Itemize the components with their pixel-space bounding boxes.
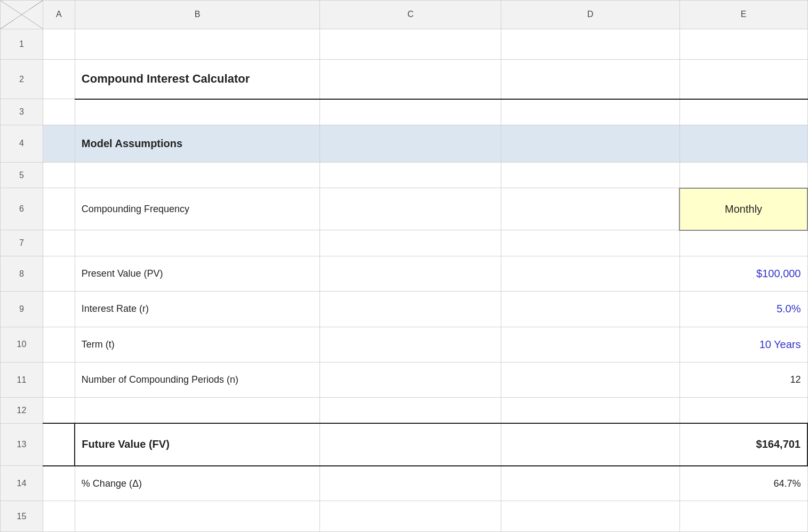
row-7-c [320,230,501,256]
row-3: 3 [1,99,808,125]
row-1-d [501,29,680,59]
row-1-e [679,29,807,59]
row-13-num: 13 [1,423,43,465]
col-e-header: E [679,1,807,29]
row-15-num: 15 [1,501,43,532]
row-12-num: 12 [1,398,43,424]
row-11-a [43,362,75,398]
row-5-num: 5 [1,162,43,188]
row-6: 6 Compounding Frequency Monthly [1,188,808,230]
row-5-c [320,162,501,188]
row-5-b [75,162,320,188]
row-6-c [320,188,501,230]
row-11-c [320,362,501,398]
row-1: 1 [1,29,808,59]
row-11: 11 Number of Compounding Periods (n) 12 [1,362,808,398]
row-1-b [75,29,320,59]
change-value: 64.7% [679,466,807,501]
row-2-num: 2 [1,60,43,99]
row-15-e [679,501,807,532]
row-8-num: 8 [1,256,43,291]
row-10-d [501,327,680,362]
svg-line-0 [1,1,43,29]
row-2: 2 Compound Interest Calculator [1,60,808,99]
row-9-c [320,292,501,327]
pv-value[interactable]: $100,000 [679,256,807,291]
row-3-b [75,99,320,125]
periods-label: Number of Compounding Periods (n) [75,362,320,398]
compounding-frequency-value[interactable]: Monthly [679,188,807,230]
row-6-num: 6 [1,188,43,230]
row-3-d [501,99,680,125]
compounding-frequency-label: Compounding Frequency [75,188,320,230]
row-10: 10 Term (t) 10 Years [1,327,808,362]
row-14-c [320,466,501,501]
row-1-num: 1 [1,29,43,59]
row-9-a [43,292,75,327]
row-14: 14 % Change (Δ) 64.7% [1,466,808,501]
row-15: 15 [1,501,808,532]
row-10-num: 10 [1,327,43,362]
row-7-a [43,230,75,256]
row-14-d [501,466,680,501]
row-3-c [320,99,501,125]
row-5: 5 [1,162,808,188]
row-1-a [43,29,75,59]
row-4: 4 Model Assumptions [1,125,808,162]
row-7-num: 7 [1,230,43,256]
row-10-c [320,327,501,362]
term-value[interactable]: 10 Years [679,327,807,362]
row-4-a [43,125,75,162]
fv-value: $164,701 [679,423,807,465]
rate-value[interactable]: 5.0% [679,292,807,327]
row-7-e [679,230,807,256]
row-8-c [320,256,501,291]
row-5-e [679,162,807,188]
row-12-c [320,398,501,424]
row-2-e [679,60,807,99]
row-4-c [320,125,501,162]
row-8-d [501,256,680,291]
row-6-d [501,188,680,230]
rate-label: Interest Rate (r) [75,292,320,327]
row-11-num: 11 [1,362,43,398]
row-14-a [43,466,75,501]
col-b-header: B [75,1,320,29]
row-4-num: 4 [1,125,43,162]
row-2-d [501,60,680,99]
row-4-d [501,125,680,162]
row-13-c [320,423,501,465]
row-7-d [501,230,680,256]
column-header-row: A B C D E [1,1,808,29]
row-13: 13 Future Value (FV) $164,701 [1,423,808,465]
row-12: 12 [1,398,808,424]
row-12-a [43,398,75,424]
row-14-num: 14 [1,466,43,501]
row-9: 9 Interest Rate (r) 5.0% [1,292,808,327]
fv-label: Future Value (FV) [75,423,320,465]
row-9-d [501,292,680,327]
row-6-a [43,188,75,230]
spreadsheet-title: Compound Interest Calculator [75,60,320,99]
row-3-a [43,99,75,125]
row-8-a [43,256,75,291]
row-7-b [75,230,320,256]
col-c-header: C [320,1,501,29]
model-assumptions-label: Model Assumptions [75,125,320,162]
change-label: % Change (Δ) [75,466,320,501]
row-12-e [679,398,807,424]
row-15-d [501,501,680,532]
spreadsheet: A B C D E 1 2 Compound Interest Calculat… [0,0,808,532]
row-12-d [501,398,680,424]
term-label: Term (t) [75,327,320,362]
row-2-c [320,60,501,99]
row-15-c [320,501,501,532]
row-5-a [43,162,75,188]
row-5-d [501,162,680,188]
row-8: 8 Present Value (PV) $100,000 [1,256,808,291]
row-3-num: 3 [1,99,43,125]
col-a-header: A [43,1,75,29]
row-4-e [679,125,807,162]
row-15-a [43,501,75,532]
row-15-b [75,501,320,532]
